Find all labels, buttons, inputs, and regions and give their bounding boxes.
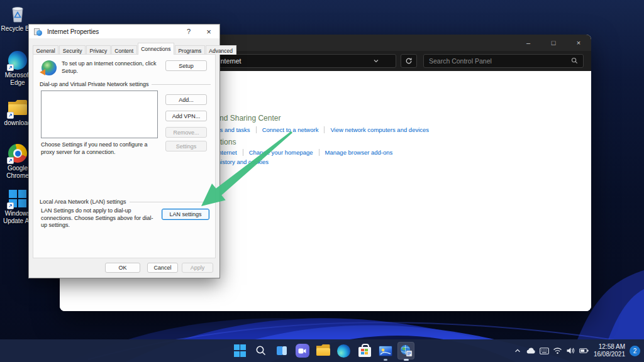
- shortcut-arrow-icon: [7, 157, 14, 164]
- start-button[interactable]: [230, 339, 250, 362]
- edge-button[interactable]: [333, 339, 354, 362]
- clock-time: 12:58 AM: [594, 343, 625, 351]
- chevron-up-icon[interactable]: [512, 339, 524, 362]
- tab-security[interactable]: Security: [59, 45, 86, 55]
- windows-logo-icon: [8, 189, 28, 209]
- chat-button[interactable]: [292, 339, 313, 362]
- link-connect-to-network[interactable]: Connect to a network: [256, 126, 319, 133]
- close-icon[interactable]: ×: [201, 25, 217, 38]
- connections-tab-panel: To set up an Internet connection, click …: [33, 54, 216, 258]
- recycle-bin-icon: [8, 4, 28, 24]
- internet-properties-taskbar-button[interactable]: [396, 339, 416, 362]
- link-change-homepage[interactable]: Change your homepage: [243, 149, 313, 156]
- settings-button[interactable]: Settings: [165, 141, 207, 151]
- control-panel-search[interactable]: [423, 54, 584, 68]
- chat-icon: [296, 344, 309, 358]
- search-input[interactable]: [424, 57, 571, 65]
- tab-connections[interactable]: Connections: [138, 43, 174, 55]
- dialup-group-header: Dial-up and Virtual Private Network sett…: [40, 81, 211, 87]
- maximize-button[interactable]: □: [541, 35, 566, 51]
- internet-properties-dialog: Internet Properties ? × General Security…: [28, 24, 220, 278]
- shortcut-arrow-icon: [7, 64, 14, 71]
- folder-icon: [8, 98, 28, 118]
- desktop-icon-label: download: [4, 119, 31, 127]
- search-icon[interactable]: [571, 55, 578, 67]
- search-button[interactable]: [250, 339, 271, 362]
- tab-programs[interactable]: Programs: [175, 45, 205, 55]
- shortcut-arrow-icon: [7, 202, 14, 209]
- add-vpn-button[interactable]: Add VPN...: [165, 111, 207, 121]
- dialog-tabstrip: General Security Privacy Content Connect…: [33, 43, 237, 55]
- task-view-button[interactable]: [271, 339, 292, 362]
- add-button[interactable]: Add...: [165, 94, 207, 105]
- store-button[interactable]: [354, 339, 375, 362]
- task-view-icon: [275, 344, 288, 357]
- globe-icon: [40, 60, 57, 77]
- tab-general[interactable]: General: [33, 45, 58, 55]
- shortcut-arrow-icon: [7, 112, 14, 119]
- chrome-icon: [8, 143, 28, 163]
- tab-content[interactable]: Content: [111, 45, 137, 55]
- running-indicator: [404, 359, 409, 361]
- system-tray: 12:58 AM 16/08/2021 2: [512, 339, 644, 362]
- link-view-network-computers[interactable]: View network computers and devices: [324, 126, 429, 133]
- cancel-button[interactable]: Cancel: [147, 263, 178, 273]
- chevron-down-icon[interactable]: [373, 58, 379, 65]
- remove-button[interactable]: Remove...: [165, 127, 207, 138]
- wifi-icon[interactable]: [552, 339, 564, 362]
- help-button[interactable]: ?: [180, 25, 197, 38]
- control-panel-button[interactable]: [375, 339, 396, 362]
- internet-properties-icon: [34, 28, 42, 36]
- battery-icon[interactable]: [578, 339, 590, 362]
- edge-icon: [8, 50, 28, 70]
- lan-hint: LAN Settings do not apply to dial-up con…: [41, 207, 158, 229]
- setup-button[interactable]: Setup: [165, 60, 207, 71]
- search-icon: [255, 344, 267, 357]
- store-icon: [358, 347, 371, 357]
- taskbar-center: [230, 339, 416, 362]
- apply-button[interactable]: Apply: [182, 263, 213, 273]
- lan-settings-button[interactable]: LAN settings: [162, 209, 209, 220]
- desktop: Recycle Bin Microsoft Edge download: [0, 0, 644, 362]
- clock[interactable]: 12:58 AM 16/08/2021: [594, 343, 625, 359]
- start-icon: [234, 344, 247, 357]
- refresh-button[interactable]: [401, 54, 417, 68]
- setup-hint: To set up an Internet connection, click …: [62, 60, 162, 75]
- file-explorer-icon: [316, 344, 331, 357]
- onedrive-cloud-icon[interactable]: [525, 339, 537, 362]
- control-panel-icon: [379, 346, 392, 356]
- lan-group-header: Local Area Network (LAN) settings: [40, 199, 211, 205]
- touch-keyboard-icon[interactable]: [538, 339, 550, 362]
- dialog-titlebar: Internet Properties ? ×: [29, 25, 219, 38]
- notification-badge[interactable]: 2: [630, 346, 640, 356]
- edge-icon: [337, 344, 350, 358]
- taskbar: 12:58 AM 16/08/2021 2: [0, 339, 644, 362]
- tab-advanced[interactable]: Advanced: [206, 45, 236, 55]
- minimize-button[interactable]: –: [516, 35, 541, 51]
- tab-privacy[interactable]: Privacy: [86, 45, 111, 55]
- dialog-title: Internet Properties: [47, 28, 99, 35]
- speaker-icon[interactable]: [565, 339, 577, 362]
- file-explorer-button[interactable]: [313, 339, 333, 362]
- close-button[interactable]: ×: [566, 35, 591, 51]
- choose-settings-hint: Choose Settings if you need to configure…: [41, 141, 162, 156]
- ok-button[interactable]: OK: [105, 263, 140, 273]
- clock-date: 16/08/2021: [594, 351, 625, 359]
- link-manage-addons[interactable]: Manage browser add-ons: [319, 149, 393, 156]
- internet-properties-icon: [399, 344, 413, 358]
- dialup-connections-list[interactable]: [41, 90, 158, 138]
- running-indicator: [384, 359, 387, 361]
